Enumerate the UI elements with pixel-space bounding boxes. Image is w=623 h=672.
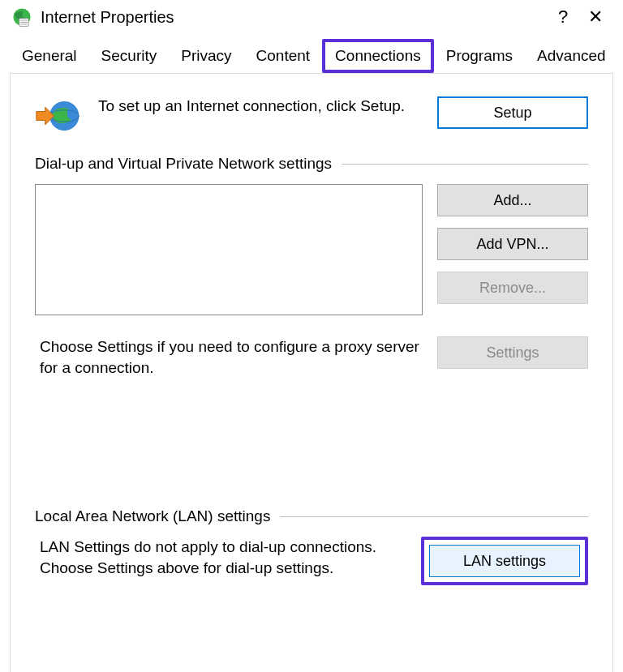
lan-button-highlight: LAN settings [421, 537, 588, 585]
help-button[interactable]: ? [547, 6, 579, 28]
group-lan-label: Local Area Network (LAN) settings [35, 507, 588, 525]
tab-security[interactable]: Security [89, 40, 170, 73]
tab-privacy[interactable]: Privacy [169, 40, 243, 73]
add-vpn-button[interactable]: Add VPN... [437, 228, 588, 260]
proxy-description: Choose Settings if you need to configure… [35, 336, 423, 378]
setup-description: To set up an Internet connection, click … [98, 96, 421, 117]
group-dialup-label: Dial-up and Virtual Private Network sett… [35, 155, 588, 173]
group-dialup-label-text: Dial-up and Virtual Private Network sett… [35, 155, 332, 173]
divider [342, 164, 588, 165]
lan-settings-button[interactable]: LAN settings [429, 545, 580, 577]
internet-options-icon [11, 6, 32, 28]
tab-advanced[interactable]: Advanced [525, 40, 618, 73]
divider [280, 516, 588, 517]
lan-description: LAN Settings do not apply to dial-up con… [35, 537, 406, 578]
tab-connections[interactable]: Connections [322, 39, 434, 73]
titlebar: Internet Properties ? ✕ [0, 0, 623, 31]
group-lan-label-text: Local Area Network (LAN) settings [35, 507, 270, 525]
close-button[interactable]: ✕ [579, 6, 612, 28]
tab-strip: General Security Privacy Content Connect… [10, 39, 613, 73]
window-title: Internet Properties [41, 8, 547, 27]
tab-programs[interactable]: Programs [434, 40, 525, 73]
remove-button: Remove... [437, 272, 588, 304]
settings-button: Settings [437, 336, 588, 369]
tab-content[interactable]: Content [244, 40, 323, 73]
tab-general[interactable]: General [10, 40, 89, 73]
add-button[interactable]: Add... [437, 184, 588, 216]
setup-button[interactable]: Setup [437, 96, 588, 129]
globe-arrow-icon [35, 96, 82, 135]
tab-panel: To set up an Internet connection, click … [10, 73, 613, 672]
dialup-listbox[interactable] [35, 184, 423, 315]
